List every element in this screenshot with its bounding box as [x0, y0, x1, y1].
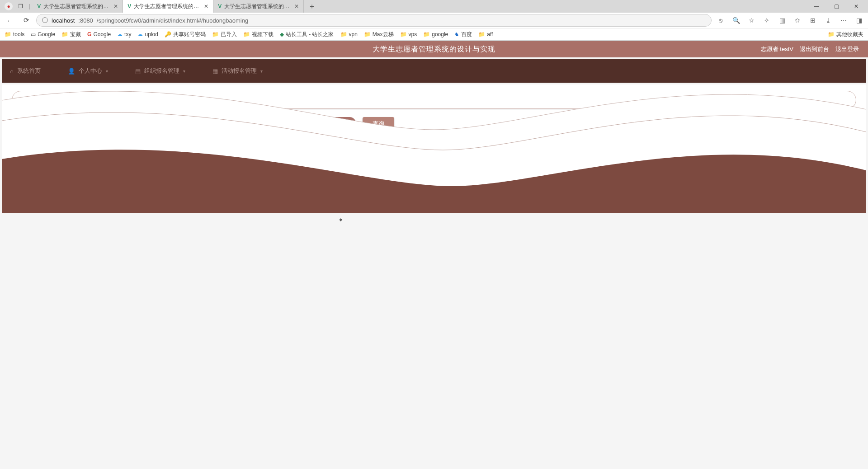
tab-title: 大学生志愿者管理系统的设计与实现 [43, 3, 111, 10]
sidebar-icon[interactable]: ◨ [854, 17, 864, 24]
nav-org-signup[interactable]: ▤ 组织报名管理 ▾ [135, 67, 185, 75]
bookmark-item[interactable]: ▭Google [31, 31, 55, 38]
folder-icon: 📁 [5, 31, 11, 38]
address-row: ← ⟳ ⓘ localhost:8080/springboot9fcw0/adm… [0, 13, 868, 28]
pagination-size-select[interactable]: 10条/页 ▾ [453, 188, 488, 201]
address-bar[interactable]: ⓘ localhost:8080/springboot9fcw0/admin/d… [36, 14, 712, 27]
tab-overview-icon[interactable]: ❐ [18, 3, 23, 9]
window-controls: — ▢ ✕ [807, 0, 866, 13]
bookmark-item[interactable]: 📁已导入 [212, 31, 237, 38]
checkbox-icon[interactable] [17, 144, 24, 150]
bookmark-item[interactable]: GGoogle [87, 31, 111, 38]
user-label[interactable]: 志愿者 testV [761, 45, 793, 53]
folder-icon: 📁 [340, 31, 347, 38]
maximize-button[interactable]: ▢ [826, 0, 846, 13]
col-orgno[interactable]: 组织编号 [273, 139, 345, 156]
new-tab-button[interactable]: ＋ [304, 2, 320, 11]
nav-label: 活动报名管理 [222, 67, 257, 75]
bookmark-item[interactable]: 🔑共享账号密码 [165, 31, 206, 38]
to-front-link[interactable]: 退出到前台 [800, 45, 829, 53]
more-icon[interactable]: ⋯ [838, 17, 849, 24]
bookmark-item[interactable]: ◆站长工具 - 站长之家 [280, 31, 334, 38]
nav-home[interactable]: ⌂ 系统首页 [10, 67, 41, 75]
bookmark-label: txy [124, 31, 131, 38]
browser-tab[interactable]: V 大学生志愿者管理系统的设计与实现 ✕ [33, 0, 123, 13]
bookmark-label: tools [13, 31, 24, 38]
table-empty: 暂无数据 [12, 156, 856, 180]
bookmark-item[interactable]: 📁视频下载 [243, 31, 274, 38]
bookmark-item[interactable]: ☁txy [117, 31, 131, 38]
bookmark-label: uplod [145, 31, 158, 38]
minimize-button[interactable]: — [807, 0, 826, 13]
bookmark-item[interactable]: ☁uplod [137, 31, 158, 38]
logout-link[interactable]: 退出登录 [835, 45, 859, 53]
header-actions: 志愿者 testV 退出到前台 退出登录 [761, 45, 868, 53]
browser-tab[interactable]: V 大学生志愿者管理系统的设计与实现 ✕ [123, 0, 213, 13]
bookmark-item[interactable]: 📁tools [5, 31, 24, 38]
col-action[interactable]: 操作 [808, 139, 856, 156]
col-checkbox[interactable] [12, 139, 29, 156]
bookmark-item[interactable]: 📁google [423, 31, 448, 38]
nav-activity-signup[interactable]: ▦ 活动报名管理 ▾ [212, 67, 263, 75]
bookmark-item[interactable]: 📁Max云梯 [364, 31, 394, 38]
bookmark-label: google [432, 31, 448, 38]
browser-tab[interactable]: V 大学生志愿者管理系统的设计与实现 ✕ [213, 0, 304, 13]
col-status[interactable]: 审核状态 [735, 139, 807, 156]
nav-label: 个人中心 [79, 67, 102, 75]
folder-icon: 📁 [400, 31, 407, 38]
site-icon: ◆ [280, 31, 284, 38]
tab-close-icon[interactable]: ✕ [113, 3, 118, 9]
tab-close-icon[interactable]: ✕ [294, 3, 299, 9]
vue-favicon-icon: V [127, 3, 131, 9]
col-orgname[interactable]: 组织名称 [345, 139, 418, 156]
folder-icon: 📁 [423, 31, 430, 38]
breadcrumb-home[interactable]: 系统首页 [24, 96, 47, 104]
refresh-button[interactable]: ⟳ [20, 14, 33, 27]
bookmark-item[interactable]: 📁vps [400, 31, 417, 38]
bookmark-item[interactable]: 📁宝藏 [61, 31, 81, 38]
folder-icon: 📁 [364, 31, 371, 38]
nav-label: 系统首页 [17, 67, 41, 75]
col-reply[interactable]: 审核回复 [662, 139, 735, 156]
chevron-down-icon: ▾ [106, 69, 108, 74]
col-place[interactable]: 活动地点 [199, 139, 272, 156]
filter-pass-select[interactable]: 是否通过 ▾ [302, 117, 356, 131]
bookmark-other[interactable]: 📁其他收藏夹 [828, 31, 863, 38]
tab-close-icon[interactable]: ✕ [204, 3, 208, 9]
collections-icon[interactable]: ▥ [777, 17, 788, 24]
table-wrap: 索引 活动主题 活动类型 活动地点 组织编号 组织名称 志愿者账号 志愿者姓名 … [12, 139, 856, 180]
close-window-button[interactable]: ✕ [846, 0, 866, 13]
col-type[interactable]: 活动类型 [127, 139, 199, 156]
site-info-icon[interactable]: ⓘ [42, 16, 48, 24]
nav-profile[interactable]: 👤 个人中心 ▾ [68, 67, 108, 75]
chevron-down-icon: ▾ [260, 69, 263, 74]
bookmark-item[interactable]: ♞百度 [454, 31, 472, 38]
filter-topic-input[interactable] [42, 117, 136, 131]
bookmark-item[interactable]: 📁vpn [340, 31, 358, 38]
home-icon: ⌂ [10, 68, 14, 75]
bookmark-label: 其他收藏夹 [836, 31, 863, 38]
favorites-bar-icon[interactable]: ✩ [792, 17, 803, 24]
col-time[interactable]: 报名时间 [589, 139, 661, 156]
list-icon: ▤ [135, 68, 141, 75]
zoom-icon[interactable]: 🔍 [731, 17, 741, 24]
pagination-next[interactable]: › [436, 188, 449, 201]
pagination-prev[interactable]: ‹ [403, 188, 415, 201]
col-index[interactable]: 索引 [29, 139, 54, 156]
downloads-icon[interactable]: ⤓ [823, 17, 834, 24]
col-volname[interactable]: 志愿者姓名 [504, 139, 589, 156]
read-aloud-icon[interactable]: ⎋ [715, 17, 726, 24]
filter-org-input[interactable] [172, 117, 266, 131]
app-icon[interactable]: ⊞ [807, 17, 818, 24]
back-button[interactable]: ← [4, 14, 16, 27]
favorite-icon[interactable]: ☆ [746, 17, 757, 24]
col-topic[interactable]: 活动主题 [54, 139, 127, 156]
extensions-icon[interactable]: ✧ [761, 17, 772, 24]
bookmark-item[interactable]: 📁aff [478, 31, 493, 38]
profile-icon[interactable]: ● [5, 2, 13, 10]
bookmark-label: 共享账号密码 [173, 31, 206, 38]
col-volacct[interactable]: 志愿者账号 [418, 139, 504, 156]
search-button[interactable]: 查询 [363, 117, 394, 131]
tab-title: 大学生志愿者管理系统的设计与实现 [134, 3, 201, 10]
pagination-current[interactable]: 1 [420, 188, 432, 200]
